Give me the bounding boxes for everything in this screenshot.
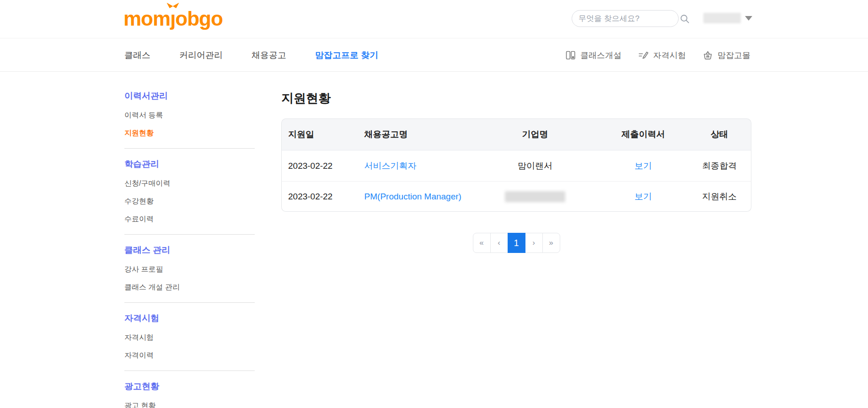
cell-apply-date: 2023-02-22 xyxy=(281,181,359,212)
user-name-blurred xyxy=(703,13,741,23)
nav-item-class[interactable]: 클래스 xyxy=(124,49,150,61)
main-panel: 지원현황 지원일 채용공고명 기업명 제출이력서 상태 2023-02-22 서… xyxy=(281,90,751,408)
table-header-row: 지원일 채용공고명 기업명 제출이력서 상태 xyxy=(281,118,751,150)
page-title: 지원현황 xyxy=(281,90,751,107)
nav-item-jobs[interactable]: 채용공고 xyxy=(252,49,286,61)
cell-apply-date: 2023-02-22 xyxy=(281,150,359,181)
nav-item-open-class[interactable]: 클래스개설 xyxy=(565,50,622,61)
nav-item-mall[interactable]: 맘잡고몰 xyxy=(702,50,750,61)
user-account-menu[interactable] xyxy=(703,13,752,23)
application-status-table: 지원일 채용공고명 기업명 제출이력서 상태 2023-02-22 서비스기획자… xyxy=(281,118,751,212)
sidebar-item-ad-status[interactable]: 광고 현황 xyxy=(124,397,255,408)
pagination: « ‹ 1 › » xyxy=(281,233,751,253)
logo-sprout-j: ȷ xyxy=(170,7,175,30)
sidebar-item-application-status[interactable]: 지원현황 xyxy=(124,124,255,142)
header-search-box[interactable] xyxy=(572,10,679,27)
sidebar-title-class-management[interactable]: 클래스 관리 xyxy=(124,244,255,256)
col-header-status: 상태 xyxy=(688,118,751,150)
table-row: 2023-02-22 서비스기획자 맘이랜서 보기 최종합격 xyxy=(281,150,751,181)
cell-status: 최종합격 xyxy=(688,150,751,181)
nav-utility: 클래스개설 자격시험 맘잡고몰 xyxy=(565,38,750,72)
sidebar-item-completion-history[interactable]: 수료이력 xyxy=(124,210,255,228)
sidebar: 이력서관리 이력서 등록 지원현황 학습관리 신청/구매이력 수강현황 수료이력… xyxy=(124,90,255,408)
table-row: 2023-02-22 PM(Production Manager) 보기 지원취… xyxy=(281,181,751,212)
sidebar-title-ad-status[interactable]: 광고현황 xyxy=(124,381,255,392)
sidebar-section-class: 클래스 관리 강사 프로필 클래스 개설 관리 xyxy=(124,244,255,303)
content-area: 이력서관리 이력서 등록 지원현황 학습관리 신청/구매이력 수강현황 수료이력… xyxy=(0,72,868,408)
shopping-basket-icon xyxy=(702,50,713,61)
col-header-job-posting: 채용공고명 xyxy=(359,118,472,150)
exam-pencil-icon xyxy=(638,50,649,61)
nav-item-find-pro[interactable]: 맘잡고프로 찾기 xyxy=(315,49,378,61)
sidebar-title-certificate-exam[interactable]: 자격시험 xyxy=(124,312,255,324)
nav-item-certificate-exam[interactable]: 자격시험 xyxy=(638,50,686,61)
sidebar-item-purchase-history[interactable]: 신청/구매이력 xyxy=(124,175,255,193)
company-name-blurred xyxy=(505,191,565,202)
sidebar-section-exam: 자격시험 자격시험 자격이력 xyxy=(124,312,255,371)
sidebar-item-certificate-exam[interactable]: 자격시험 xyxy=(124,329,255,347)
sidebar-item-resume-register[interactable]: 이력서 등록 xyxy=(124,107,255,124)
job-posting-link[interactable]: PM(Production Manager) xyxy=(364,192,461,201)
pagination-next-button[interactable]: › xyxy=(525,233,543,253)
col-header-apply-date: 지원일 xyxy=(281,118,359,150)
sidebar-item-course-status[interactable]: 수강현황 xyxy=(124,193,255,210)
sidebar-section-resume: 이력서관리 이력서 등록 지원현황 xyxy=(124,90,255,149)
nav-item-certificate-exam-label: 자격시험 xyxy=(653,50,686,61)
nav-item-mall-label: 맘잡고몰 xyxy=(718,50,750,61)
cell-status: 지원취소 xyxy=(688,181,751,212)
nav-primary: 클래스 커리어관리 채용공고 맘잡고프로 찾기 xyxy=(124,38,378,72)
main-navbar: 클래스 커리어관리 채용공고 맘잡고프로 찾기 클래스개설 자격시험 xyxy=(0,38,868,72)
pagination-first-button[interactable]: « xyxy=(473,233,491,253)
chevron-down-icon xyxy=(745,16,752,21)
sidebar-title-resume-management[interactable]: 이력서관리 xyxy=(124,90,255,102)
search-input[interactable] xyxy=(579,14,680,23)
sidebar-section-learning: 학습관리 신청/구매이력 수강현황 수료이력 xyxy=(124,158,255,235)
class-open-icon xyxy=(565,50,576,61)
col-header-submitted-resume: 제출이력서 xyxy=(599,118,688,150)
col-header-company: 기업명 xyxy=(472,118,599,150)
search-icon[interactable] xyxy=(680,14,690,24)
momjobgo-logo[interactable]: momȷobgo xyxy=(123,7,223,30)
header: momȷobgo xyxy=(0,0,868,38)
sidebar-item-class-open-management[interactable]: 클래스 개설 관리 xyxy=(124,279,255,296)
pagination-group: « ‹ 1 › » xyxy=(473,233,560,253)
sidebar-section-ads: 광고현황 광고 현황 xyxy=(124,381,255,408)
logo-text-suffix: obgo xyxy=(175,7,223,30)
job-posting-link[interactable]: 서비스기획자 xyxy=(364,161,417,171)
view-resume-link[interactable]: 보기 xyxy=(635,161,652,171)
pagination-last-button[interactable]: » xyxy=(542,233,560,253)
nav-item-open-class-label: 클래스개설 xyxy=(580,50,622,61)
cell-company-name xyxy=(472,181,599,212)
sidebar-title-learning-management[interactable]: 학습관리 xyxy=(124,158,255,170)
sidebar-item-instructor-profile[interactable]: 강사 프로필 xyxy=(124,261,255,279)
cell-company-name: 맘이랜서 xyxy=(472,150,599,181)
nav-item-career[interactable]: 커리어관리 xyxy=(179,49,223,61)
logo-text-j: ȷ xyxy=(170,7,175,30)
logo-text-prefix: mom xyxy=(123,7,170,30)
sidebar-item-certificate-history[interactable]: 자격이력 xyxy=(124,347,255,365)
pagination-page-1-button[interactable]: 1 xyxy=(508,233,525,253)
view-resume-link[interactable]: 보기 xyxy=(635,192,652,201)
pagination-prev-button[interactable]: ‹ xyxy=(490,233,508,253)
